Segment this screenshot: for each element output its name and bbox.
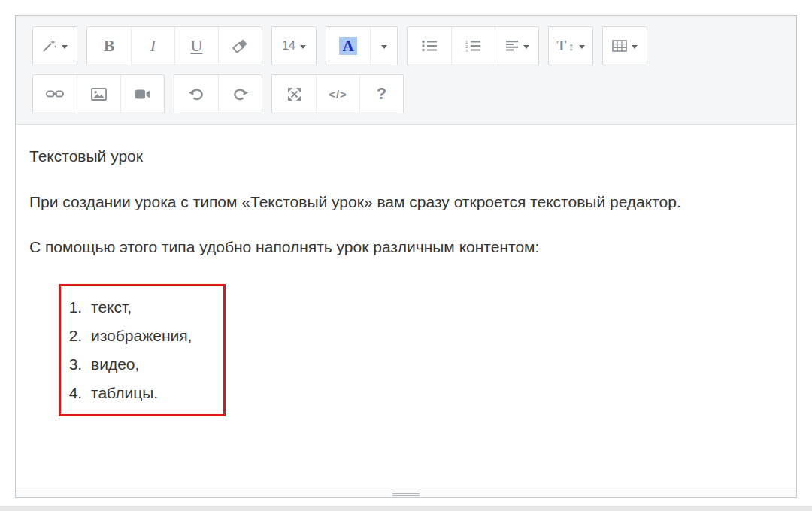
redo-arrow-icon	[232, 87, 249, 101]
updown-arrow-icon: ↕	[568, 40, 574, 53]
redo-button[interactable]	[218, 75, 262, 113]
toolbar-group-view: </> ?	[271, 74, 404, 113]
toolbar-group-font-style: B I U	[86, 26, 262, 65]
paragraph-align-button[interactable]	[495, 27, 538, 65]
undo-arrow-icon	[188, 87, 205, 101]
caret-down-icon	[523, 45, 529, 49]
style-dropdown-button[interactable]	[33, 27, 77, 65]
content-paragraph-2: С помощью этого типа удобно наполнять ур…	[29, 235, 691, 260]
editor-toolbar: B I U 14	[16, 16, 796, 125]
insert-link-button[interactable]	[33, 75, 77, 113]
expand-arrows-icon	[287, 87, 301, 101]
resize-grip[interactable]	[392, 489, 420, 497]
red-annotation-box: текст, изображения, видео, таблицы.	[59, 284, 226, 416]
toolbar-group-table	[602, 26, 647, 65]
unordered-list-button[interactable]	[408, 27, 451, 65]
font-color-letter: A	[339, 37, 356, 55]
table-button[interactable]	[603, 27, 647, 65]
list-item: таблицы.	[86, 379, 192, 407]
table-grid-icon	[612, 40, 627, 52]
numbered-list: текст, изображения, видео, таблицы.	[61, 293, 192, 407]
line-height-letter: T	[556, 38, 566, 54]
toolbar-group-color: A	[326, 26, 398, 65]
italic-button[interactable]: I	[131, 27, 174, 65]
font-size-button[interactable]: 14	[272, 27, 316, 65]
link-icon	[46, 89, 64, 98]
list-item: изображения,	[86, 322, 192, 350]
page-bottom-edge	[0, 506, 812, 511]
line-height-button[interactable]: T ↕	[549, 27, 592, 65]
list-item: видео,	[86, 350, 192, 379]
fullscreen-button[interactable]	[272, 75, 316, 113]
rich-text-editor: B I U 14	[15, 15, 797, 498]
toolbar-group-insert	[32, 74, 165, 113]
video-camera-icon	[135, 89, 151, 100]
ordered-list-button[interactable]: 1 2 3	[451, 27, 495, 65]
caret-down-icon	[381, 45, 387, 49]
editor-content-area[interactable]: Текстовый урок При создании урока с типо…	[16, 125, 796, 488]
toolbar-group-history	[174, 74, 262, 113]
bold-button[interactable]: B	[87, 27, 131, 65]
image-icon	[91, 88, 107, 101]
caret-down-icon	[300, 45, 306, 49]
numbered-list-icon: 1 2 3	[465, 40, 481, 52]
content-paragraph-1: При создании урока с типом «Текстовый ур…	[29, 190, 691, 215]
content-title: Текстовый урок	[29, 144, 691, 169]
clear-formatting-button[interactable]	[218, 27, 262, 65]
toolbar-row-1: B I U 14	[32, 26, 787, 65]
toolbar-group-font-size: 14	[271, 26, 317, 65]
font-color-dropdown-button[interactable]	[370, 27, 397, 65]
magic-wand-icon	[42, 39, 57, 53]
font-size-value: 14	[282, 39, 295, 53]
list-item: текст,	[86, 293, 192, 322]
eraser-icon	[232, 39, 248, 53]
toolbar-row-2: </> ?	[32, 74, 787, 113]
editor-statusbar	[16, 488, 796, 497]
toolbar-group-style	[32, 26, 77, 65]
insert-image-button[interactable]	[77, 75, 120, 113]
caret-down-icon	[632, 45, 638, 49]
bullet-list-icon	[422, 40, 438, 52]
help-button[interactable]: ?	[359, 75, 403, 113]
font-color-button[interactable]: A	[326, 27, 370, 65]
caret-down-icon	[579, 45, 585, 49]
toolbar-group-lists: 1 2 3	[407, 26, 539, 65]
undo-button[interactable]	[174, 75, 218, 113]
toolbar-group-line-height: T ↕	[548, 26, 593, 65]
svg-text:3: 3	[465, 49, 468, 53]
code-view-button[interactable]: </>	[316, 75, 359, 113]
insert-video-button[interactable]	[120, 75, 164, 113]
caret-down-icon	[62, 45, 68, 49]
align-icon	[505, 41, 519, 51]
underline-button[interactable]: U	[174, 27, 218, 65]
